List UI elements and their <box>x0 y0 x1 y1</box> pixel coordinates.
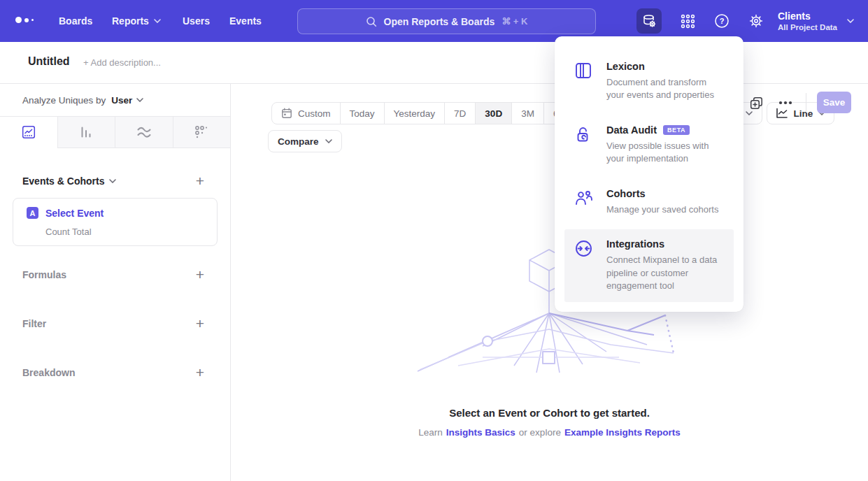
menu-item-integrations[interactable]: Integrations Connect Mixpanel to a data … <box>564 229 734 301</box>
search-icon <box>366 16 377 27</box>
nav-item-users[interactable]: Users <box>183 0 210 42</box>
project-scope: All Project Data <box>778 23 837 31</box>
menu-item-title: Cohorts <box>606 188 718 199</box>
data-management-dropdown: Lexicon Document and transform your even… <box>555 36 744 312</box>
project-name: Clients <box>778 10 837 22</box>
explore-text: or explore <box>519 427 561 438</box>
help-icon: ? <box>714 13 730 29</box>
breakdown-label: Breakdown <box>22 367 75 378</box>
menu-item-title: Lexicon <box>606 61 724 72</box>
menu-item-desc: Connect Mixpanel to a data pipeline or c… <box>606 254 724 292</box>
analyze-value: User <box>111 95 132 106</box>
report-description-placeholder[interactable]: + Add description... <box>83 57 161 68</box>
apps-grid-button[interactable] <box>681 14 695 29</box>
filter-label: Filter <box>22 318 46 329</box>
menu-item-desc: Manage your saved cohorts <box>606 203 718 216</box>
nav-item-label: Events <box>229 15 262 27</box>
nav-item-label: Reports <box>112 15 149 27</box>
chevron-down-icon <box>109 179 116 183</box>
date-range-label: Yesterday <box>394 108 436 119</box>
mixpanel-logo-icon[interactable] <box>15 17 34 23</box>
integrations-icon <box>574 238 594 292</box>
data-management-button[interactable] <box>636 8 662 34</box>
date-range-today[interactable]: Today <box>340 103 384 124</box>
cohorts-label: Cohorts <box>606 188 646 199</box>
flow-chart-icon <box>136 126 152 138</box>
empty-state-links: Learn Insights Basics or explore Example… <box>231 427 868 438</box>
cohorts-icon <box>574 188 594 216</box>
beta-badge: BETA <box>663 125 690 136</box>
analyze-row: Analyze Uniques by User <box>0 84 230 116</box>
compare-dropdown[interactable]: Compare <box>268 130 342 152</box>
analyze-label: Analyze Uniques by <box>22 95 106 106</box>
analyze-value-dropdown[interactable]: User <box>111 95 143 106</box>
menu-item-data-audit[interactable]: Data Audit BETA View possible issues wit… <box>564 115 734 175</box>
nav-item-reports[interactable]: Reports <box>112 0 161 42</box>
menu-item-title: Integrations <box>606 238 724 250</box>
project-selector[interactable]: Clients All Project Data <box>778 0 854 42</box>
filter-section: Filter + <box>0 316 230 331</box>
date-range-yesterday[interactable]: Yesterday <box>384 103 445 124</box>
events-cohorts-label: Events & Cohorts <box>22 175 104 187</box>
tab-retention-grid[interactable] <box>173 117 231 148</box>
add-filter-button[interactable]: + <box>196 317 204 331</box>
mixpanel-app: Boards Reports Users Events Open Reports… <box>0 0 868 481</box>
chevron-down-icon <box>325 139 332 143</box>
tab-bar-chart[interactable] <box>57 117 115 148</box>
report-title[interactable]: Untitled <box>28 55 70 68</box>
more-options-button[interactable] <box>775 98 796 108</box>
event-metric-dropdown[interactable]: Count Total <box>45 227 92 237</box>
nav-icon-group: ? <box>625 0 764 42</box>
add-event-button[interactable]: + <box>196 174 204 188</box>
chevron-down-icon <box>154 19 161 23</box>
event-row-card[interactable]: A Select Event Count Total <box>13 198 218 246</box>
save-button[interactable]: Save <box>817 92 851 113</box>
data-audit-icon <box>574 124 594 166</box>
add-breakdown-button[interactable]: + <box>196 366 204 380</box>
tab-flow-chart[interactable] <box>115 117 173 148</box>
menu-item-desc: View possible issues with your implement… <box>606 140 724 166</box>
database-gear-icon <box>641 13 657 29</box>
nav-item-events[interactable]: Events <box>229 0 262 42</box>
nav-item-label: Boards <box>59 15 92 27</box>
integrations-label: Integrations <box>606 238 664 250</box>
lexicon-icon <box>574 61 594 102</box>
chevron-down-icon <box>136 98 143 102</box>
nav-item-label: Users <box>183 15 210 27</box>
menu-item-lexicon[interactable]: Lexicon Document and transform your even… <box>564 52 734 111</box>
line-chart-icon <box>776 108 788 119</box>
date-range-custom[interactable]: Custom <box>272 103 340 124</box>
date-range-label: Today <box>350 108 375 119</box>
bar-chart-icon <box>79 125 93 139</box>
example-reports-link[interactable]: Example Insights Reports <box>564 427 681 438</box>
select-event-button[interactable]: Select Event <box>45 208 104 219</box>
search-shortcut: ⌘ + K <box>501 16 527 27</box>
help-button[interactable]: ? <box>714 13 730 29</box>
date-range-control: Custom Today Yesterday 7D 30D 3M 6M <box>271 102 576 124</box>
search-placeholder: Open Reports & Boards <box>384 16 495 27</box>
global-search-input[interactable]: Open Reports & Boards ⌘ + K <box>297 8 596 34</box>
date-range-7d[interactable]: 7D <box>444 103 475 124</box>
lexicon-label: Lexicon <box>606 61 645 72</box>
date-range-label: 30D <box>485 108 502 119</box>
event-letter-badge: A <box>27 207 38 219</box>
date-range-label: 3M <box>521 108 534 119</box>
add-formula-button[interactable]: + <box>196 268 204 282</box>
duplicate-icon <box>750 96 763 110</box>
menu-item-cohorts[interactable]: Cohorts Manage your saved cohorts <box>564 179 734 225</box>
apps-grid-icon <box>681 14 695 29</box>
menu-item-desc: Document and transform your events and p… <box>606 76 724 102</box>
date-range-3m[interactable]: 3M <box>511 103 543 124</box>
retention-grid-icon <box>194 125 208 139</box>
insights-basics-link[interactable]: Insights Basics <box>446 427 515 438</box>
gear-icon <box>748 13 764 29</box>
chart-type-label: Line <box>794 108 813 119</box>
date-range-30d-selected[interactable]: 30D <box>475 103 511 124</box>
nav-item-boards[interactable]: Boards <box>59 0 92 42</box>
duplicate-report-button[interactable] <box>750 96 763 113</box>
events-cohorts-title[interactable]: Events & Cohorts <box>22 175 116 187</box>
date-range-label: 7D <box>454 108 466 119</box>
tab-insights-line[interactable] <box>0 117 57 148</box>
settings-button[interactable] <box>748 13 764 29</box>
insights-chart-icon <box>22 125 36 139</box>
